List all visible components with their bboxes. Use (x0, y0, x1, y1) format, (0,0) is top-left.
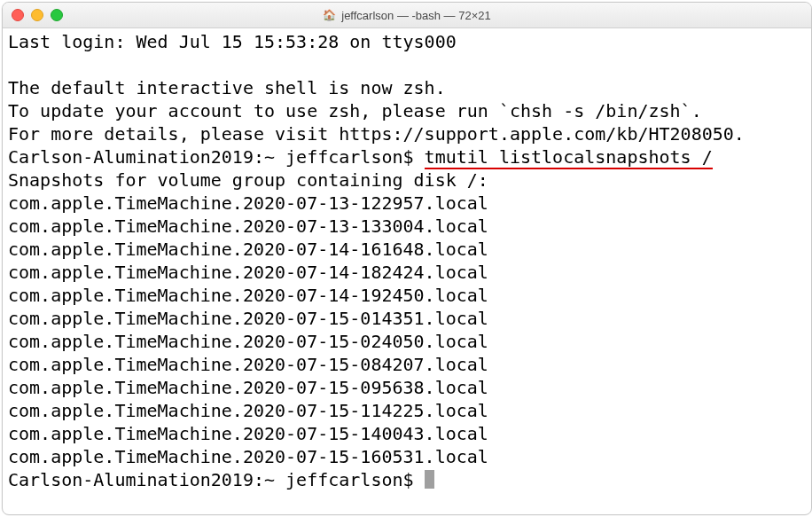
terminal-line: To update your account to use zsh, pleas… (8, 99, 806, 122)
terminal-window: 🏠 jeffcarlson — -bash — 72×21 Last login… (2, 2, 812, 515)
window-title: jeffcarlson — -bash — 72×21 (341, 9, 491, 22)
snapshot-line: com.apple.TimeMachine.2020-07-14-182424.… (8, 261, 806, 284)
zoom-icon[interactable] (51, 9, 63, 21)
terminal-line: Last login: Wed Jul 15 15:53:28 on ttys0… (8, 30, 806, 53)
terminal-prompt-line: Carlson-Alumination2019:~ jeffcarlson$ (8, 468, 806, 491)
prompt: Carlson-Alumination2019:~ jeffcarlson$ (8, 469, 425, 490)
command-typed: tmutil listlocalsnapshots / (425, 146, 713, 169)
terminal-line: The default interactive shell is now zsh… (8, 76, 806, 99)
cursor-icon (425, 470, 434, 489)
home-icon: 🏠 (323, 9, 336, 21)
snapshot-line: com.apple.TimeMachine.2020-07-15-114225.… (8, 399, 806, 422)
traffic-lights (12, 9, 63, 21)
snapshot-line: com.apple.TimeMachine.2020-07-15-160531.… (8, 445, 806, 468)
terminal-line: Snapshots for volume group containing di… (8, 168, 806, 192)
terminal-body[interactable]: Last login: Wed Jul 15 15:53:28 on ttys0… (3, 28, 811, 514)
snapshot-line: com.apple.TimeMachine.2020-07-14-192450.… (8, 284, 806, 307)
snapshot-line: com.apple.TimeMachine.2020-07-14-161648.… (8, 238, 806, 261)
terminal-prompt-line: Carlson-Alumination2019:~ jeffcarlson$ t… (8, 145, 806, 168)
close-icon[interactable] (12, 9, 24, 21)
titlebar[interactable]: 🏠 jeffcarlson — -bash — 72×21 (3, 3, 811, 28)
minimize-icon[interactable] (31, 9, 43, 21)
terminal-line (8, 53, 806, 76)
snapshot-line: com.apple.TimeMachine.2020-07-15-024050.… (8, 330, 806, 353)
snapshot-line: com.apple.TimeMachine.2020-07-15-084207.… (8, 353, 806, 376)
terminal-line: For more details, please visit https://s… (8, 122, 806, 145)
snapshot-line: com.apple.TimeMachine.2020-07-13-122957.… (8, 192, 806, 215)
snapshot-line: com.apple.TimeMachine.2020-07-13-133004.… (8, 215, 806, 238)
window-title-group: 🏠 jeffcarlson — -bash — 72×21 (323, 9, 491, 22)
snapshot-line: com.apple.TimeMachine.2020-07-15-095638.… (8, 376, 806, 399)
prompt: Carlson-Alumination2019:~ jeffcarlson$ (8, 146, 425, 168)
snapshot-line: com.apple.TimeMachine.2020-07-15-140043.… (8, 422, 806, 445)
snapshot-line: com.apple.TimeMachine.2020-07-15-014351.… (8, 307, 806, 330)
